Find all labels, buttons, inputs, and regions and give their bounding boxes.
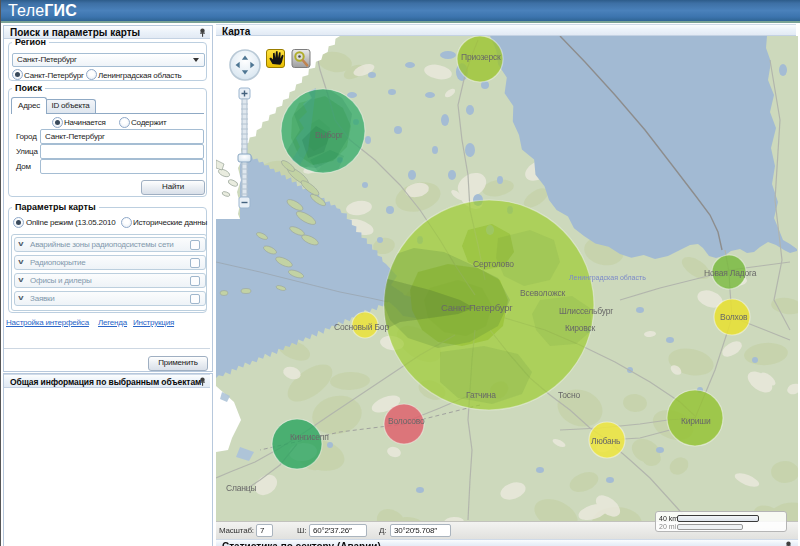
svg-text:Любань: Любань [591, 436, 621, 446]
svg-text:Гатчина: Гатчина [466, 390, 496, 400]
svg-text:Кингисепп: Кингисепп [290, 432, 329, 442]
svg-text:Санкт-Петербург: Санкт-Петербург [441, 302, 513, 313]
svg-text:Ленинградская область: Ленинградская область [569, 274, 646, 282]
svg-text:Выборг: Выборг [315, 130, 343, 140]
svg-text:Кировск: Кировск [565, 323, 596, 333]
svg-text:Приозерск: Приозерск [461, 52, 501, 62]
svg-text:Новая Ладога: Новая Ладога [704, 268, 757, 278]
svg-text:Волосово: Волосово [388, 416, 425, 426]
svg-text:Волхов: Волхов [720, 312, 748, 322]
svg-text:Шлиссельбург: Шлиссельбург [559, 306, 613, 316]
svg-text:Сланцы: Сланцы [226, 483, 256, 493]
svg-text:Всеволожск: Всеволожск [520, 288, 565, 298]
svg-text:Кириши: Кириши [681, 416, 711, 426]
svg-text:Сертолово: Сертолово [473, 259, 514, 269]
svg-text:Тосно: Тосно [558, 390, 580, 400]
svg-text:Сосновый Бор: Сосновый Бор [334, 322, 389, 332]
